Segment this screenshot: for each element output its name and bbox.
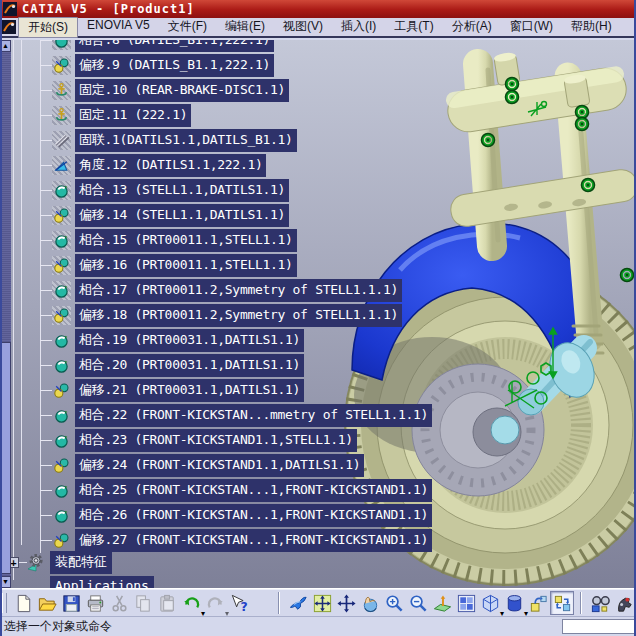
turn-head-button[interactable]	[612, 591, 636, 615]
offset-constraint-icon	[52, 56, 71, 75]
save-icon	[61, 593, 82, 614]
fly-mode-button[interactable]	[286, 591, 310, 615]
tree-item-constraint[interactable]: 偏移.21 (PRT00031.1,DATILS1.1)	[0, 378, 304, 403]
tree-item-constraint[interactable]: 偏移.16 (PRT00011.1,STELL1.1)	[0, 253, 297, 278]
tree-branch-tick	[40, 365, 52, 366]
menu-item[interactable]: 编辑(E)	[216, 17, 274, 38]
tree-item-constraint[interactable]: 偏移.24 (FRONT-KICKSTAND1.1,DATILS1.1)	[0, 453, 364, 478]
look-at-button[interactable]	[588, 591, 612, 615]
tree-branch-tick	[40, 115, 52, 116]
tree-item-label: 固定.10 (REAR-BRAKE-DISC1.1)	[75, 79, 289, 102]
tree-item-constraint[interactable]: 相合.15 (PRT00011.1,STELL1.1)	[0, 228, 297, 253]
tree-item-constraint[interactable]: 相合.20 (PRT00031.1,DATILS1.1)	[0, 353, 304, 378]
swap-visible-space-icon	[552, 593, 573, 614]
cut-button[interactable]	[107, 591, 131, 615]
tree-item-constraint[interactable]: 偏移.14 (STELL1.1,DATILS1.1)	[0, 203, 289, 228]
fix-constraint-icon	[52, 106, 71, 125]
tree-item-constraint[interactable]: 固定.11 (222.1)	[0, 103, 191, 128]
swap-visible-space-button[interactable]	[550, 591, 574, 615]
offset-constraint-icon	[52, 206, 71, 225]
offset-constraint-icon	[52, 456, 71, 475]
offset-constraint-icon	[52, 381, 71, 400]
menu-item[interactable]: 插入(I)	[332, 17, 385, 38]
hide-show-button[interactable]	[526, 591, 550, 615]
menu-item[interactable]: 工具(T)	[385, 17, 442, 38]
zoom-out-button[interactable]	[406, 591, 430, 615]
toolbar-grip[interactable]	[2, 593, 7, 613]
tree-branch-tick	[40, 440, 52, 441]
tree-item-label: 相合.15 (PRT00011.1,STELL1.1)	[75, 229, 297, 252]
tree-branch-tick	[40, 190, 52, 191]
tree-item-constraint[interactable]: 相合.25 (FRONT-KICKSTAN...1,FRONT-KICKSTAN…	[0, 478, 432, 503]
tree-item-constraint[interactable]: 偏移.27 (FRONT-KICKSTAN...1,FRONT-KICKSTAN…	[0, 528, 432, 553]
tree-item-constraint[interactable]: 相合.23 (FRONT-KICKSTAND1.1,STELL1.1)	[0, 428, 357, 453]
tree-branch-tick	[40, 340, 52, 341]
zoom-in-button[interactable]	[382, 591, 406, 615]
toolbar-separator	[278, 592, 280, 614]
menu-item[interactable]: 开始(S)	[18, 17, 78, 38]
tree-branch-tick	[40, 390, 52, 391]
coincidence-constraint-icon	[52, 406, 71, 425]
power-input-field[interactable]	[562, 619, 636, 634]
tree-item-constraint[interactable]: 固定.10 (REAR-BRAKE-DISC1.1)	[0, 78, 289, 103]
menu-item[interactable]: 帮助(H)	[562, 17, 621, 38]
offset-constraint-icon	[52, 256, 71, 275]
tree-item-constraint[interactable]: 相合.17 (PRT00011.2,Symmetry of STELL1.1.1…	[0, 278, 402, 303]
turn-head-icon	[614, 593, 635, 614]
paste-button[interactable]	[155, 591, 179, 615]
pan-button[interactable]	[334, 591, 358, 615]
fit-all-in-button[interactable]	[310, 591, 334, 615]
tree-item-label: 偏移.18 (PRT00011.2,Symmetry of STELL1.1.1…	[75, 304, 402, 327]
print-button[interactable]	[83, 591, 107, 615]
redo-button[interactable]: ▾	[203, 591, 227, 615]
tree-item-constraint[interactable]: 角度.12 (DATILS1.1,222.1)	[0, 153, 266, 178]
rotate-button[interactable]	[358, 591, 382, 615]
menu-item[interactable]: 视图(V)	[274, 17, 332, 38]
title-bar: CATIA V5 - [Product1]	[0, 0, 636, 18]
open-icon	[37, 593, 58, 614]
copy-icon	[133, 593, 154, 614]
product-logo-icon[interactable]	[2, 20, 16, 34]
menu-item[interactable]: 窗口(W)	[501, 17, 562, 38]
new-button[interactable]	[11, 591, 35, 615]
offset-constraint-icon	[52, 531, 71, 550]
tree-item-constraint[interactable]: 相合.26 (FRONT-KICKSTAN...1,FRONT-KICKSTAN…	[0, 503, 432, 528]
menu-item[interactable]: 文件(F)	[159, 17, 216, 38]
tree-item-constraint[interactable]: 相合.19 (PRT00031.1,DATILS1.1)	[0, 328, 304, 353]
menu-item[interactable]: ENOVIA V5	[78, 17, 159, 38]
scrollbar-thumb[interactable]	[0, 342, 11, 574]
look-at-icon	[590, 593, 611, 614]
tree-branch-tick	[40, 40, 52, 41]
normal-view-button[interactable]	[430, 591, 454, 615]
tree-item-label: 偏移.9 (DATILS_B1.1,222.1)	[75, 54, 274, 77]
tree-branch-tick	[40, 490, 52, 491]
undo-button[interactable]: ▾	[179, 591, 203, 615]
render-style-button[interactable]: ▾	[502, 591, 526, 615]
save-button[interactable]	[59, 591, 83, 615]
tree-item-label: 相合.22 (FRONT-KICKSTAN...mmetry of STELL1…	[75, 404, 432, 427]
bottom-toolbar: ▾▾ ▾▾	[0, 588, 636, 617]
tree-item-applications[interactable]: Applications	[50, 576, 154, 588]
multi-view-button[interactable]	[454, 591, 478, 615]
tree-item-constraint[interactable]: 固联.1(DATILS1.1,DATILS_B1.1)	[0, 128, 297, 153]
tree-item-constraint[interactable]: 偏移.18 (PRT00011.2,Symmetry of STELL1.1.1…	[0, 303, 402, 328]
tree-item-constraint[interactable]: 相合.8 (DATILS_B1.1,222.1)	[0, 40, 274, 53]
menu-item[interactable]: 分析(A)	[443, 17, 501, 38]
menu-bar: 开始(S)ENOVIA V5文件(F)编辑(E)视图(V)插入(I)工具(T)分…	[0, 18, 636, 38]
copy-button[interactable]	[131, 591, 155, 615]
specification-tree[interactable]: 相合.8 (DATILS_B1.1,222.1)偏移.9 (DATILS_B1.…	[0, 40, 636, 588]
scroll-up-button[interactable]: ▲	[0, 40, 11, 52]
tree-item-constraint[interactable]: 偏移.9 (DATILS_B1.1,222.1)	[0, 53, 274, 78]
open-button[interactable]	[35, 591, 59, 615]
normal-view-icon	[432, 593, 453, 614]
window-title: CATIA V5 - [Product1]	[22, 2, 195, 16]
tree-item-assembly-features[interactable]: 装配特征	[50, 551, 112, 574]
tree-item-constraint[interactable]: 相合.22 (FRONT-KICKSTAN...mmetry of STELL1…	[0, 403, 432, 428]
isometric-view-button[interactable]: ▾	[478, 591, 502, 615]
tree-item-constraint[interactable]: 相合.13 (STELL1.1,DATILS1.1)	[0, 178, 289, 203]
tree-scrollbar[interactable]: ▲ ▼	[0, 40, 11, 588]
tree-branch-tick	[40, 415, 52, 416]
scroll-down-button[interactable]: ▼	[0, 576, 11, 588]
coincidence-constraint-icon	[52, 231, 71, 250]
whats-this-button[interactable]	[227, 591, 251, 615]
